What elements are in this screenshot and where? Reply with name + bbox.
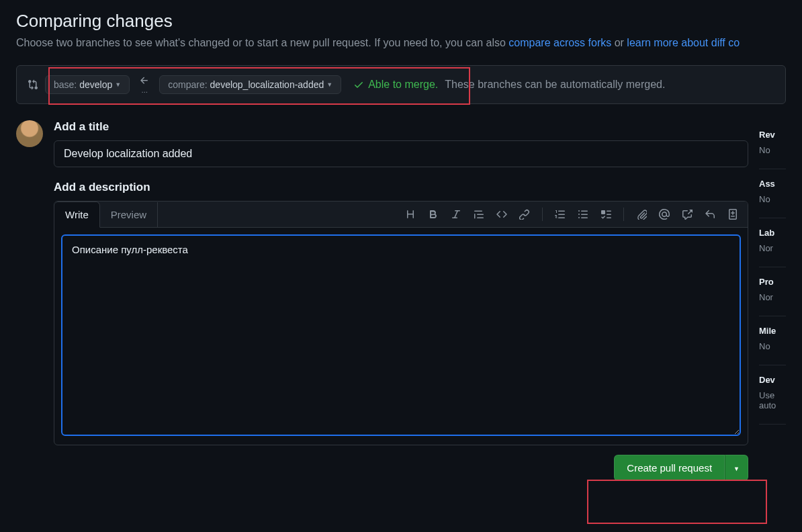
branch-compare-bar: base: develop ▼ … compare: develop_local… [16,65,786,104]
compare-branch-select[interactable]: compare: develop_localization-added ▼ [159,75,341,94]
tab-preview[interactable]: Preview [100,202,158,227]
create-pull-request-button[interactable]: Create pull request [614,455,725,481]
link-icon[interactable] [519,209,530,220]
description-editor: Write Preview [54,201,748,445]
unordered-list-icon[interactable] [578,209,588,220]
diff-icon[interactable] [727,209,738,220]
page-title: Comparing changes [16,11,786,32]
sidebar-assignees[interactable]: Ass No [759,169,786,218]
compare-forks-link[interactable]: compare across forks [508,37,611,48]
sidebar-projects[interactable]: Pro Nor [759,267,786,316]
merge-note: These branches can be automatically merg… [445,79,665,91]
quote-icon[interactable] [474,209,484,220]
sidebar-labels[interactable]: Lab Nor [759,218,786,267]
base-branch-select[interactable]: base: develop ▼ [45,75,130,94]
toolbar-separator [623,208,624,221]
ordered-list-icon[interactable] [555,209,566,220]
code-icon[interactable] [496,209,507,220]
task-list-icon[interactable] [600,209,611,220]
title-label: Add a title [54,120,748,134]
attach-icon[interactable] [636,209,647,220]
chevron-down-icon: ▼ [326,81,332,88]
cross-reference-icon[interactable] [682,209,693,220]
pr-description-textarea[interactable] [61,234,741,436]
sidebar-reviewers[interactable]: Rev No [759,120,786,169]
chevron-down-icon: ▼ [733,466,740,472]
bold-icon[interactable] [428,209,439,220]
mention-icon[interactable] [659,209,670,220]
sidebar-development[interactable]: Dev Use auto [759,365,786,425]
sidebar: Rev No Ass No Lab Nor Pro Nor Mile No De… [759,120,786,490]
avatar [16,120,43,147]
tab-write[interactable]: Write [54,202,100,228]
learn-more-link[interactable]: learn more about diff co [627,37,740,48]
page-subtitle: Choose two branches to see what's change… [16,37,786,49]
check-icon [353,79,364,90]
markdown-toolbar [405,208,748,221]
reply-icon[interactable] [705,209,715,220]
desc-label: Add a description [54,181,748,194]
pr-title-input[interactable] [54,140,748,167]
italic-icon[interactable] [451,209,461,220]
sidebar-milestone[interactable]: Mile No [759,316,786,365]
heading-icon[interactable] [405,209,416,220]
toolbar-separator [542,208,543,221]
git-compare-icon [28,79,38,90]
arrow-left-icon: … [136,75,152,94]
merge-status: Able to merge. [353,79,438,91]
create-pull-request-dropdown[interactable]: ▼ [725,455,748,481]
chevron-down-icon: ▼ [115,81,121,88]
